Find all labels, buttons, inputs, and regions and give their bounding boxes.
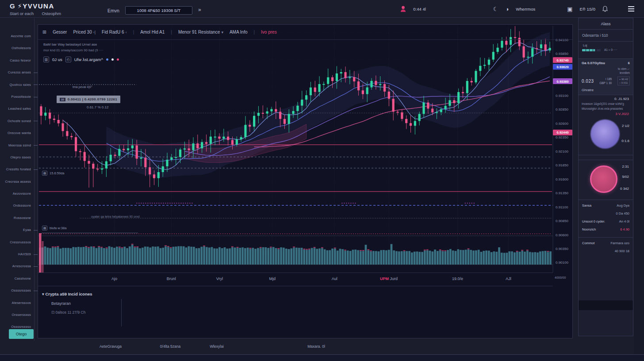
nav-item-2[interactable]: Osteophm	[42, 11, 61, 16]
footer-link[interactable]: 0/4lta 5zana	[160, 344, 180, 349]
indicator1-row[interactable]: ▤ 15.6:59da	[42, 171, 64, 176]
indicator-icon[interactable]: ◴	[65, 57, 71, 62]
indicator-legend-row: ▥ 0J us ◴ Ufw λst.argam^	[43, 57, 119, 62]
collapse-icon[interactable]: ▾	[42, 292, 44, 296]
time-axis-label: Mjd	[269, 277, 276, 281]
symbol-search-label: Emvn	[107, 8, 119, 13]
svg-text:0.91350: 0.91350	[556, 191, 568, 195]
sidebar-item[interactable]: Orecove wanta	[0, 127, 34, 139]
theme-toggle-icon[interactable]: ◑	[506, 6, 509, 12]
sidebar-item[interactable]: Aezovssore	[0, 188, 34, 200]
dotted-line-note: oyater qa tetra helyatanxes 90 orxd	[91, 215, 140, 218]
time-axis-label: Brunl	[167, 277, 176, 281]
svg-text:0.93360: 0.93360	[556, 80, 568, 84]
indicator2-icon[interactable]: ▤	[42, 226, 47, 230]
sidebar-item[interactable]: Aezxhte com	[0, 30, 34, 42]
stat-row: Noonzich6 4.90	[582, 227, 629, 231]
sidebar-item[interactable]: Cressrusssos	[0, 236, 34, 248]
footer-link[interactable]: Wlexylai	[210, 344, 224, 349]
sidebar-item[interactable]: Rossossne	[0, 212, 34, 224]
position-footer-label[interactable]: Ghratre	[582, 88, 630, 92]
footer-link[interactable]: AeteGravuga	[100, 344, 122, 349]
sidebar-dark-band[interactable]	[579, 300, 633, 310]
toolbar-item[interactable]: Menor 91 Resistance▾	[178, 30, 223, 35]
indicator1-icon[interactable]: ▤	[42, 171, 47, 176]
symbol-search-input[interactable]	[125, 6, 192, 15]
bottom-section-subtitle: Betayraran	[51, 301, 71, 306]
sidebar-item[interactable]: Crecrssa assess	[0, 176, 34, 188]
toolbar-item[interactable]: Gesser	[53, 30, 67, 35]
time-axis-label: Aul	[332, 277, 337, 281]
candlestick-style-icon[interactable]: ▥	[43, 57, 49, 62]
time-axis-label: Ajo	[111, 277, 117, 281]
meter-label: Loj	[583, 44, 587, 47]
indicator2-row[interactable]: ▤ blufa w:38a	[42, 226, 66, 230]
position-badge: 6	[628, 61, 630, 65]
sidebar-item[interactable]: Ochosfe soned	[0, 115, 34, 127]
sidebar-item[interactable]: Leashed safes	[0, 103, 34, 115]
meter-value: A1 ≈ 0·····	[604, 48, 617, 51]
indicator-label[interactable]: Ufw λst.argam^	[74, 57, 103, 62]
toolbar-item[interactable]: Ivo pres	[261, 30, 277, 35]
sidebar-item[interactable]: Arrescrossa	[0, 260, 34, 272]
toolbar-item[interactable]: AMA Info	[230, 30, 248, 35]
allocation-gauge-pink[interactable]: 2:31 5/02 0 342	[579, 160, 633, 200]
footer-link[interactable]: Maxara. 0l	[307, 344, 325, 349]
sidebar-item[interactable]: Eyaa	[0, 224, 34, 236]
level-note-label: tma pevai 4|0°	[73, 85, 92, 88]
position-header: Ga 0.07Gy0su	[582, 61, 605, 65]
sidebar-item[interactable]: Meerssa ssind	[0, 139, 34, 151]
chart-panel: ⊞ GesserPriced 30‹|Fid RadU 6‹|Amol Hid …	[38, 24, 573, 338]
allocation-gauge-purple[interactable]: 2 U2 0:1.6	[579, 117, 633, 151]
grid-icon[interactable]: ⊞	[42, 29, 46, 35]
menu-icon[interactable]	[628, 6, 634, 12]
moon-icon[interactable]: ☾	[493, 6, 498, 12]
indicator2-underline	[42, 233, 138, 233]
time-axis[interactable]: AjoBrunlVrylMjdAulUPM Jurd19.0/eAJl	[38, 273, 553, 286]
sidebar-item[interactable]: Casstvone	[0, 273, 34, 284]
expand-icon[interactable]: »	[198, 7, 201, 13]
tooltip-subtext: 0.61.7 % 0.12	[87, 105, 108, 109]
app-logo[interactable]: G⚡YVVUNA	[10, 2, 54, 10]
sidebar-item[interactable]: Ateserssoos	[0, 297, 34, 309]
series-label[interactable]: 0J us	[52, 57, 62, 62]
rail-action-button[interactable]: Otego	[9, 329, 34, 339]
svg-text:0.92100: 0.92100	[556, 150, 568, 154]
purple-gauge-circle	[590, 119, 620, 149]
notification-bell-icon[interactable]	[602, 6, 608, 12]
sidebar-item[interactable]: HAX509	[0, 248, 34, 260]
gauge2-value3: 0 342	[620, 187, 629, 191]
sidebar-item[interactable]: Cresstts forated	[0, 163, 34, 175]
bottom-section-item[interactable]: ⊡ 0alsos 11 27/9 Ch	[51, 310, 85, 315]
sidebar-item[interactable]: Ordssssore	[0, 200, 34, 211]
user-session-icon[interactable]	[400, 6, 406, 12]
account-id: E® 1S/0	[579, 7, 595, 12]
price-chart[interactable]: 0.941000.938500.936000.933500.931000.928…	[38, 26, 573, 273]
bottom-section-title[interactable]: ▾ Crypta a59 Incid icones	[42, 292, 92, 296]
stat-row: 40 900 18	[582, 249, 629, 253]
nav-item-1[interactable]: Start or each	[10, 11, 34, 16]
toolbar-item[interactable]: Amol Hid A1	[140, 30, 165, 35]
toolbar-item[interactable]: Fid RadU 6‹	[102, 30, 127, 35]
time-axis-label: Vryl	[216, 277, 223, 281]
gauge2-value2: 5/02	[622, 175, 629, 179]
gauge2-value1: 2:31	[622, 165, 629, 169]
user-name[interactable]: Wherrmos	[516, 7, 535, 12]
sidebar-item[interactable]: Quotrco ssies	[0, 79, 34, 91]
sidebar-item[interactable]: Olepro ssees	[0, 151, 34, 163]
sidebar-top-row[interactable]: Odesarrta i 510	[579, 30, 633, 42]
toolbar-item[interactable]: Priced 30‹|	[73, 30, 96, 35]
sidebar-item[interactable]: Posssttssoie	[0, 91, 34, 103]
checkbox-icon[interactable]: ⊡	[51, 310, 54, 315]
sidebar-item[interactable]: Orssersssss	[0, 309, 34, 321]
sidebar-item[interactable]: Ostholesons	[0, 42, 34, 54]
gauge1-value2: 0:1.6	[621, 139, 629, 143]
sidebar-item[interactable]: Curezss anses	[0, 66, 34, 78]
svg-text:0.90100: 0.90100	[556, 261, 568, 265]
meter-progress-bar[interactable]	[582, 49, 601, 51]
panel-icon[interactable]: ▣	[567, 6, 572, 12]
sidebar-item[interactable]: Ossssrssses	[0, 284, 34, 296]
sidebar-footer-value: 0. J1.923	[579, 95, 633, 101]
sidebar-item[interactable]: Casso feswor	[0, 54, 34, 66]
legend-dot-blue	[106, 58, 108, 61]
